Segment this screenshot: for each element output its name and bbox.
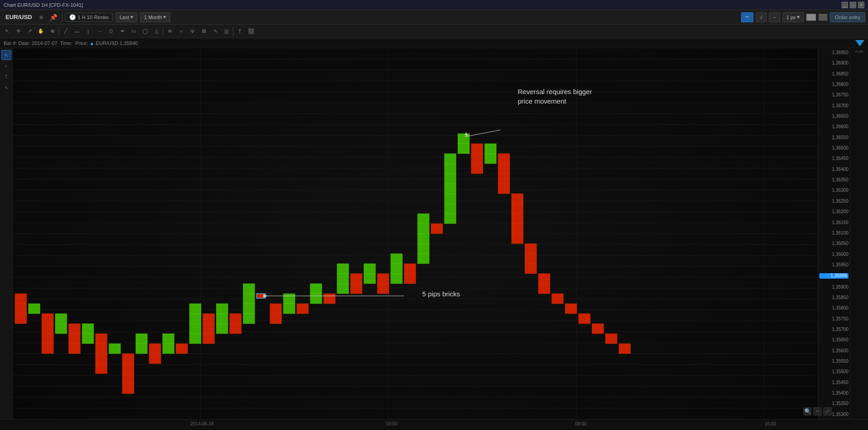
price-17: 1,36150 — [819, 220, 848, 225]
zoom-fit-button[interactable]: ⤢ — [823, 407, 832, 415]
minus-button[interactable]: − — [769, 12, 780, 22]
brick-22 — [122, 364, 134, 374]
maximize-button[interactable]: □ — [850, 2, 856, 8]
cursor-tool[interactable]: ↖ — [2, 26, 12, 36]
brick-90 — [498, 174, 510, 184]
line-tool[interactable]: ╱ — [61, 26, 71, 36]
hline-tool[interactable]: — — [72, 26, 82, 36]
brick-28 — [149, 354, 161, 364]
price-29: 1,35550 — [819, 359, 848, 364]
brick-91 — [498, 184, 510, 194]
brick-42 — [230, 314, 242, 324]
fib2-tool[interactable]: ≈ — [176, 26, 186, 36]
chart-canvas[interactable]: Reversal requires biggerprice movement 5… — [13, 48, 818, 419]
window-controls[interactable]: _ □ × — [842, 2, 864, 8]
wave-tool[interactable]: ∿ — [210, 26, 220, 36]
brick-74 — [418, 214, 429, 224]
brick-46 — [243, 294, 255, 304]
brick-36 — [203, 314, 215, 324]
minimize-button[interactable]: _ — [842, 2, 848, 8]
price-type-dropdown[interactable]: Last ▾ — [116, 12, 137, 22]
line-width-display[interactable]: 1 px ▾ — [782, 12, 804, 22]
label-tool[interactable]: ⬛ — [246, 26, 256, 36]
menu-icon[interactable]: ≡ — [38, 13, 45, 22]
brick-20 — [109, 344, 121, 354]
pointer-tool-v[interactable]: ↖ — [1, 50, 11, 60]
sep-draw-2 — [163, 27, 163, 36]
color-box-2[interactable] — [818, 14, 828, 21]
price-label: Price: — [75, 40, 88, 46]
brick-69 — [404, 274, 416, 284]
price-16: 1,36200 — [819, 210, 848, 214]
time-label-1: 2014-06-18 — [191, 421, 214, 426]
brick-11 — [69, 324, 81, 334]
brick-26 — [136, 334, 147, 344]
price-highlighted: 1,35996 — [819, 273, 848, 279]
ellipse-tool[interactable]: ◯ — [140, 26, 150, 36]
brick-12 — [69, 334, 81, 344]
time-label: Time: — [60, 40, 72, 46]
text-tool-v[interactable]: T — [1, 72, 11, 82]
color-box[interactable] — [806, 14, 816, 21]
price-26: 1,35700 — [819, 327, 848, 332]
brick-3 — [15, 314, 27, 324]
brick-33 — [189, 324, 201, 334]
auto-column: Auto — [850, 48, 868, 419]
ray-tool[interactable]: → — [95, 26, 105, 36]
edit-tool-v[interactable]: ✎ — [1, 83, 11, 93]
sqrt-button[interactable]: √ — [756, 12, 767, 22]
timeframe-display[interactable]: 🕐 1 H 10 Renko — [65, 13, 113, 22]
close-button[interactable]: × — [858, 2, 864, 8]
text-tool[interactable]: T — [235, 26, 245, 36]
brick-68 — [404, 264, 416, 274]
brick-43 — [230, 324, 242, 334]
zoom-out-button[interactable]: 🔍 — [803, 407, 812, 415]
brick-49 — [270, 314, 282, 324]
brick-41 — [216, 304, 228, 314]
pen-tool[interactable]: ✒ — [117, 26, 127, 36]
price-8: 1,36600 — [819, 125, 848, 129]
brick-47 — [243, 284, 255, 294]
gann-tool[interactable]: ⊞ — [199, 26, 209, 36]
brick-37 — [203, 324, 215, 334]
order-entry-button[interactable]: Order entry — [830, 12, 865, 22]
scroll-tool[interactable]: ✋ — [36, 26, 46, 36]
fib-tool[interactable]: ≋ — [165, 26, 175, 36]
info-bar: Bar #: Date: 2014-07-07 Time: Price: ▲ E… — [0, 38, 868, 48]
price-9: 1,36550 — [819, 135, 848, 140]
price-18: 1,36100 — [819, 231, 848, 235]
zoom-tool[interactable]: ⊕ — [47, 26, 57, 36]
rect-tool[interactable]: ▭ — [129, 26, 139, 36]
chart-area: ↖ + T ✎ — [0, 48, 868, 419]
pencil-button[interactable]: ✏ — [741, 12, 753, 22]
time-label-3: 08:00 — [575, 421, 586, 426]
brick-80 — [444, 174, 456, 184]
time-label-4: 16:00 — [765, 421, 776, 426]
price-25: 1,35750 — [819, 317, 848, 321]
bar-count-tool[interactable]: ||| — [222, 26, 232, 36]
zoom-in-button[interactable]: + — [813, 407, 822, 415]
period-dropdown[interactable]: 1 Month ▾ — [140, 12, 171, 22]
pin-icon[interactable]: 📌 — [48, 13, 59, 22]
brick-32 — [189, 334, 201, 344]
channel-tool[interactable]: ⟨⟩ — [106, 26, 116, 36]
brick-89 — [498, 164, 510, 174]
triangle-tool[interactable]: △ — [151, 26, 161, 36]
brick-10 — [55, 314, 67, 324]
brick-14 — [82, 334, 94, 344]
brick-94 — [511, 214, 523, 224]
brick-104 — [579, 314, 590, 324]
andrew-tool[interactable]: Ψ — [187, 26, 197, 36]
brick-54 — [310, 284, 322, 294]
brick-15 — [82, 324, 94, 334]
price-15: 1,36250 — [819, 199, 848, 204]
brick-16 — [96, 334, 107, 344]
brick-101 — [538, 284, 550, 294]
brick-63 — [377, 274, 389, 284]
arrow-tool[interactable]: ↗ — [25, 26, 35, 36]
crosshair-tool-v[interactable]: + — [1, 61, 11, 71]
vline-tool[interactable]: | — [83, 26, 93, 36]
price-6: 1,36700 — [819, 104, 848, 108]
price-30: 1,35500 — [819, 370, 848, 374]
crosshair-tool[interactable]: ✛ — [13, 26, 23, 36]
